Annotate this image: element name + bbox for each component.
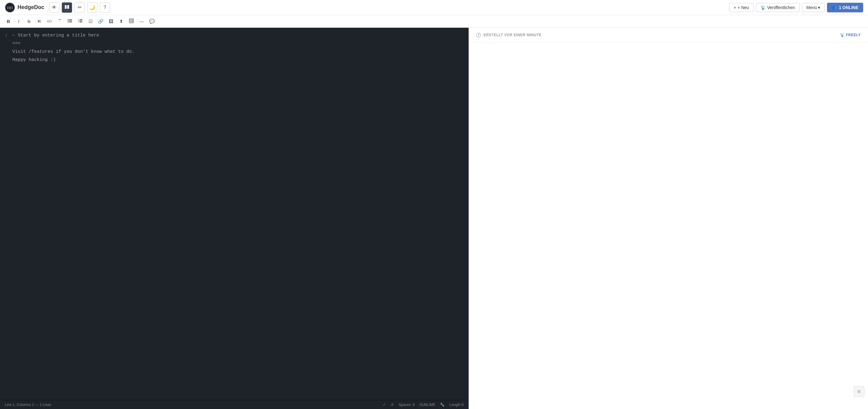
preview-body[interactable]: [469, 42, 868, 409]
pencil-icon: ✏: [78, 4, 82, 10]
question-icon: ?: [104, 5, 106, 10]
dark-mode-button[interactable]: 🌙: [87, 2, 97, 13]
upload-icon: ⬆: [119, 19, 123, 24]
table-button[interactable]: [127, 17, 136, 26]
svg-rect-7: [69, 21, 72, 21]
image-button[interactable]: 🖼: [106, 17, 116, 26]
check-status: ✓: [383, 403, 386, 407]
preview-panel: 🕐 ERSTELLT VOR EINER MINUTE 📡 FREELY: [469, 28, 868, 409]
wrench-indicator[interactable]: 🔧: [440, 403, 444, 407]
table-icon: [129, 19, 134, 24]
svg-point-6: [68, 21, 69, 22]
app-title: HedgeDoc: [18, 4, 44, 10]
length-label: Length 0: [450, 403, 464, 407]
meta-created-text: ERSTELLT VOR EINER MINUTE: [484, 33, 541, 37]
bold-button[interactable]: B: [4, 17, 13, 26]
svg-rect-16: [129, 19, 133, 23]
comment-button[interactable]: 💬: [147, 17, 157, 26]
menu-button-label: Menü ▾: [807, 5, 820, 10]
italic-icon: I: [18, 19, 19, 24]
checkbox-button[interactable]: ☑: [86, 17, 95, 26]
new-button-label: + Neu: [738, 5, 749, 10]
editor-panel: 1 ← Start by entering a title here === V…: [0, 28, 469, 409]
publish-button[interactable]: 📡 Veröffentlichen: [756, 3, 799, 12]
quote-button[interactable]: ": [55, 17, 64, 26]
strikethrough-icon: S: [27, 19, 30, 24]
length-indicator: Length 0: [450, 403, 464, 407]
hedgedoc-logo: HD: [5, 2, 15, 13]
wrench-icon: 🔧: [440, 403, 444, 407]
check-icon: ✓: [383, 403, 386, 407]
publish-button-label: Veröffentlichen: [767, 5, 795, 10]
svg-text:HD: HD: [7, 5, 13, 10]
ol-icon: 1.2.3.: [78, 19, 83, 24]
heading-icon: H: [38, 19, 40, 24]
spaces-indicator[interactable]: Spaces: 4: [398, 403, 414, 407]
link-button[interactable]: 🔗: [96, 17, 105, 26]
edit-mode-button[interactable]: ✏: [74, 2, 85, 13]
preview-mode-button[interactable]: 👁: [49, 2, 59, 13]
editor-statusbar: Line 1, Columns 1 — 1 Lines ✓ ↺ Spaces: …: [0, 400, 468, 409]
svg-rect-2: [65, 5, 67, 9]
split-mode-button[interactable]: [62, 2, 72, 13]
svg-rect-13: [80, 21, 82, 21]
ordered-list-button[interactable]: 1.2.3.: [75, 17, 85, 26]
spaces-label: Spaces: 4: [398, 403, 414, 407]
line-numbers: 1: [0, 31, 12, 396]
italic-button[interactable]: I: [14, 17, 24, 26]
checkbox-icon: ☑: [89, 19, 93, 24]
keymap-indicator[interactable]: SUBLIME: [420, 403, 435, 407]
new-button[interactable]: + + Neu: [729, 3, 753, 12]
svg-rect-11: [80, 19, 82, 20]
svg-point-8: [68, 22, 69, 23]
help-button[interactable]: ?: [100, 2, 110, 13]
heading-button[interactable]: H: [34, 17, 44, 26]
sync-status: ↺: [391, 403, 394, 407]
quote-icon: ": [59, 18, 61, 24]
line-number-1: 1: [5, 31, 7, 39]
strikethrough-button[interactable]: S: [24, 17, 34, 26]
sync-icon: ↺: [391, 403, 394, 407]
split-icon: [64, 4, 69, 10]
svg-rect-15: [80, 22, 82, 22]
svg-rect-5: [69, 19, 72, 20]
svg-rect-3: [67, 5, 69, 9]
preview-meta: 🕐 ERSTELLT VOR EINER MINUTE 📡 FREELY: [469, 28, 868, 42]
scroll-hint-button[interactable]: ≡: [854, 386, 864, 397]
hr-button[interactable]: —: [137, 17, 147, 26]
meta-clock-icon: 🕐: [476, 33, 481, 37]
code-inline-button[interactable]: </>: [44, 17, 54, 26]
cursor-position: Line 1, Columns 1 — 1 Lines: [5, 403, 51, 407]
editor-toolbar: B I S H </> " 1.2.3. ☑ 🔗 🖼 ⬆ —: [0, 15, 868, 28]
editor-content[interactable]: 1 ← Start by entering a title here === V…: [0, 28, 468, 400]
top-navigation: HD HedgeDoc 👁 ✏ 🌙 ? + + Neu 📡 Veröffentl…: [0, 0, 868, 15]
menu-button[interactable]: Menü ▾: [802, 3, 825, 12]
ul-icon: [67, 19, 72, 24]
editor-text[interactable]: ← Start by entering a title here === Vis…: [12, 31, 468, 396]
keymap-label: SUBLIME: [420, 403, 435, 407]
link-icon: 🔗: [98, 19, 104, 24]
publish-icon: 📡: [761, 5, 766, 10]
hr-icon: —: [140, 19, 144, 24]
online-button[interactable]: 👥 1 ONLINE: [827, 3, 863, 12]
freely-label: FREELY: [846, 33, 861, 37]
meta-freely-badge: 📡 FREELY: [840, 33, 861, 37]
comment-icon: 💬: [149, 19, 155, 24]
svg-point-4: [68, 19, 69, 20]
online-button-label: 1 ONLINE: [839, 5, 858, 10]
hamburger-icon: ≡: [858, 388, 861, 395]
plus-icon: +: [734, 5, 736, 10]
main-area: 1 ← Start by entering a title here === V…: [0, 28, 868, 409]
logo-area: HD HedgeDoc: [5, 2, 44, 13]
upload-button[interactable]: ⬆: [116, 17, 126, 26]
unordered-list-button[interactable]: [65, 17, 75, 26]
users-icon: 👥: [832, 5, 837, 10]
moon-icon: 🌙: [89, 4, 95, 10]
bold-icon: B: [7, 19, 10, 24]
svg-text:3.: 3.: [78, 21, 79, 23]
code-icon: </>: [47, 19, 52, 24]
image-icon: 🖼: [109, 19, 113, 24]
svg-rect-9: [69, 22, 72, 22]
freely-icon: 📡: [840, 33, 845, 37]
eye-icon: 👁: [52, 5, 57, 10]
